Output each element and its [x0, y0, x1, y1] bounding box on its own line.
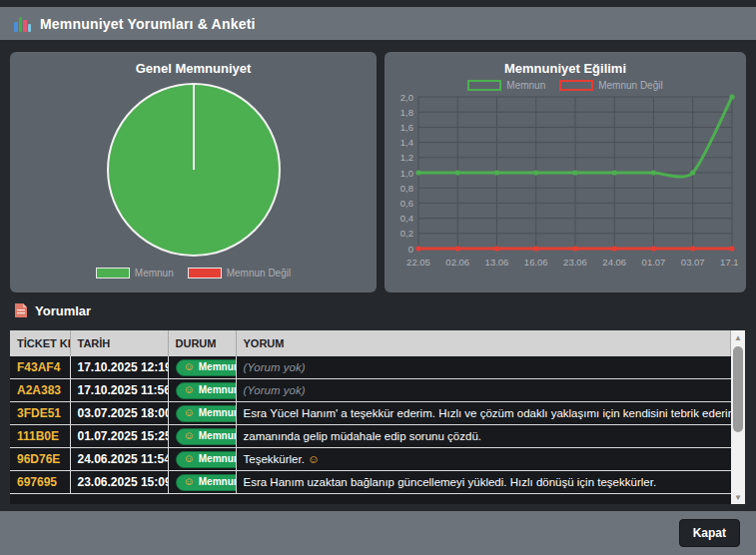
status-label: Memnun — [199, 361, 236, 373]
smiley-icon: ☺ — [308, 453, 320, 465]
status-badge: ☺Memnun — [176, 474, 237, 491]
date-cell: 03.07.2025 18:00 — [70, 402, 168, 425]
status-cell: ☺Memnun — [168, 402, 236, 425]
svg-text:1,4: 1,4 — [400, 137, 413, 148]
comment-cell: Teşekkürler. ☺ — [236, 448, 731, 471]
status-badge: ☺Memnun — [176, 382, 237, 399]
memnun-degil-line-swatch — [559, 80, 593, 91]
table-row[interactable]: F43AF417.10.2025 12:19☺Memnun(Yorum yok) — [10, 356, 731, 379]
pie-chart — [104, 80, 284, 260]
svg-text:0,8: 0,8 — [400, 183, 413, 194]
svg-text:1,6: 1,6 — [400, 122, 413, 133]
close-button[interactable]: Kapat — [679, 519, 740, 547]
svg-text:02.06: 02.06 — [445, 257, 469, 268]
legend-label-memnun: Memnun — [135, 268, 174, 278]
line-legend: Memnun Memnun Değil — [384, 80, 746, 91]
ticket-key-cell: 3FDE51 — [10, 402, 70, 425]
memnun-line-swatch — [467, 80, 501, 91]
pie-legend: Memnun Memnun Değil — [10, 268, 377, 278]
status-cell: ☺Memnun — [168, 379, 236, 402]
svg-text:2,0: 2,0 — [400, 93, 413, 103]
memnun-degil-swatch — [188, 268, 222, 278]
svg-text:24.06: 24.06 — [602, 257, 626, 268]
dialog-title: Memnuniyet Yorumları & Anketi — [40, 16, 256, 32]
line-legend-item-memnun[interactable]: Memnun — [467, 80, 545, 91]
comments-data-table: TİCKET KEYTARİHDURUMYORUM F43AF417.10.20… — [10, 330, 731, 494]
date-cell: 24.06.2025 11:54 — [70, 448, 168, 471]
date-cell: 17.10.2025 12:19 — [70, 356, 168, 379]
table-row[interactable]: 96D76E24.06.2025 11:54☺MemnunTeşekkürler… — [10, 448, 731, 471]
status-label: Memnun — [199, 430, 236, 442]
status-cell: ☺Memnun — [168, 471, 236, 494]
table-row[interactable]: A2A38317.10.2025 11:56☺Memnun(Yorum yok) — [10, 379, 731, 402]
satisfaction-dialog: Memnuniyet Yorumları & Anketi Genel Memn… — [0, 0, 756, 555]
scroll-up-arrow[interactable]: ▲ — [731, 330, 745, 344]
status-label: Memnun — [199, 384, 236, 396]
table-scrollbar[interactable]: ▲ ▼ — [731, 330, 745, 504]
line-legend-label-memnun-degil: Memnun Değil — [598, 80, 662, 91]
comment-cell: Esra Yücel Hanım' a teşekkür ederim. Hız… — [236, 402, 731, 425]
svg-text:0,6: 0,6 — [400, 198, 413, 209]
svg-text:0,4: 0,4 — [400, 213, 413, 224]
pie-legend-item-memnun[interactable]: Memnun — [96, 268, 174, 278]
ticket-key-cell: A2A383 — [10, 379, 70, 402]
legend-label-memnun-degil: Memnun Değil — [227, 268, 291, 278]
table-row[interactable]: 111B0E01.07.2025 15:25☺Memnunzamanında g… — [10, 425, 731, 448]
status-badge: ☺Memnun — [176, 359, 237, 376]
line-legend-item-memnun-degil[interactable]: Memnun Değil — [559, 80, 662, 91]
comment-cell: zamanında gelip müdahale edip sorunu çöz… — [236, 425, 731, 448]
column-header[interactable]: YORUM — [236, 330, 731, 356]
dialog-titlebar[interactable]: Memnuniyet Yorumları & Anketi — [0, 7, 756, 40]
line-legend-label-memnun: Memnun — [506, 80, 545, 91]
column-header[interactable]: TİCKET KEY — [10, 330, 70, 356]
comment-cell: Esra Hanım uzaktan bağlanıp güncellemeyi… — [236, 471, 731, 494]
date-cell: 17.10.2025 11:56 — [70, 379, 168, 402]
svg-text:0,2: 0,2 — [400, 228, 413, 239]
satisfaction-trend-panel: Memnuniyet Eğilimi Memnun Memnun Değil 0… — [384, 52, 746, 292]
status-badge: ☺Memnun — [176, 428, 237, 445]
smiley-icon: ☺ — [184, 384, 195, 395]
status-cell: ☺Memnun — [168, 356, 236, 379]
overall-satisfaction-panel: Genel Memnuniyet Memnun Memnun Değil — [10, 52, 377, 292]
svg-text:23.06: 23.06 — [563, 257, 587, 268]
trend-line-chart: 00,20,40,60,81,01,21,41,61,82,022.0502.0… — [392, 93, 738, 278]
status-cell: ☺Memnun — [168, 425, 236, 448]
ticket-key-cell: F43AF4 — [10, 356, 70, 379]
scroll-down-arrow[interactable]: ▼ — [731, 490, 745, 504]
ticket-key-cell: 96D76E — [10, 448, 70, 471]
svg-text:1,8: 1,8 — [400, 107, 413, 118]
document-icon — [14, 302, 28, 318]
status-cell: ☺Memnun — [168, 448, 236, 471]
line-chart-title: Memnuniyet Eğilimi — [384, 52, 746, 76]
column-header[interactable]: DURUM — [168, 330, 236, 356]
pie-legend-item-memnun-degil[interactable]: Memnun Değil — [188, 268, 291, 278]
date-cell: 01.07.2025 15:25 — [70, 425, 168, 448]
svg-text:1,2: 1,2 — [400, 152, 413, 163]
comment-cell: (Yorum yok) — [236, 356, 731, 379]
svg-text:13.06: 13.06 — [485, 257, 509, 268]
pie-chart-title: Genel Memnuniyet — [10, 52, 377, 76]
column-header[interactable]: TARİH — [70, 330, 168, 356]
svg-text:01.07: 01.07 — [642, 257, 666, 268]
ticket-key-cell: 697695 — [10, 471, 70, 494]
status-label: Memnun — [199, 407, 236, 419]
table-header-row: TİCKET KEYTARİHDURUMYORUM — [10, 330, 731, 356]
svg-text:22.05: 22.05 — [406, 257, 430, 268]
memnun-swatch — [96, 268, 130, 278]
svg-text:17.10: 17.10 — [720, 257, 738, 268]
table-row[interactable]: 3FDE5103.07.2025 18:00☺MemnunEsra Yücel … — [10, 402, 731, 425]
status-badge: ☺Memnun — [176, 405, 237, 422]
status-label: Memnun — [199, 476, 236, 488]
ticket-key-cell: 111B0E — [10, 425, 70, 448]
status-label: Memnun — [199, 453, 236, 465]
table-row[interactable]: 69769523.06.2025 15:09☺MemnunEsra Hanım … — [10, 471, 731, 494]
smiley-icon: ☺ — [184, 453, 195, 464]
smiley-icon: ☺ — [184, 430, 195, 441]
scrollbar-thumb[interactable] — [733, 346, 743, 432]
smiley-icon: ☺ — [184, 407, 195, 418]
svg-text:16.06: 16.06 — [524, 257, 548, 268]
comments-table: TİCKET KEYTARİHDURUMYORUM F43AF417.10.20… — [10, 330, 745, 504]
comments-section-title: Yorumlar — [35, 303, 91, 318]
comment-cell: (Yorum yok) — [236, 379, 731, 402]
smiley-icon: ☺ — [184, 361, 195, 372]
